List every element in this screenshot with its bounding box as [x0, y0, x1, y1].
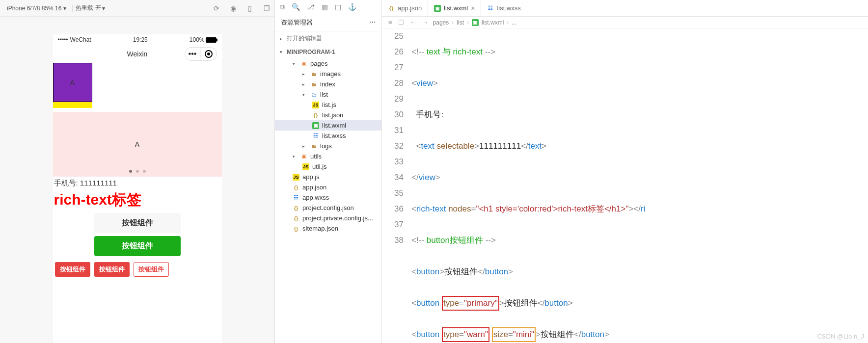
docker-icon[interactable]: ⚓ [348, 3, 356, 11]
nav-title: Weixin [127, 50, 148, 58]
file-app-json[interactable]: {}app.json [275, 182, 381, 192]
search-icon[interactable]: 🔍 [292, 3, 300, 11]
file-tree: ▾▣pages ▸🖿images ▸🖿index ▾🗁list JSlist.j… [275, 58, 381, 343]
default-button[interactable]: 按钮组件 [94, 213, 181, 233]
branch-icon[interactable]: ⎇ [307, 3, 315, 11]
file-project-private-config[interactable]: {}project.private.config.js... [275, 213, 381, 223]
code-body[interactable]: <!-- text 与 rich-text --> <view> 手机号: <t… [411, 28, 868, 343]
warn-mini-button[interactable]: 按钮组件 [55, 262, 90, 277]
simulator-stage: •••••WeChat 19:25 100% Weixin ••• A A [0, 17, 274, 343]
close-icon[interactable]: × [471, 4, 475, 12]
project-section[interactable]: ▾MINIPROGRAM-1 [275, 46, 381, 58]
tab-list-wxml[interactable]: ▣list.wxml× [428, 0, 481, 16]
capsule-close-icon[interactable] [201, 48, 217, 60]
line-gutter: 2526272829303132333435363738 [382, 28, 411, 343]
file-list-json[interactable]: {}list.json [275, 110, 381, 120]
files-icon[interactable]: ⧉ [280, 3, 285, 11]
tab-app-json[interactable]: {}app.json [382, 0, 428, 16]
page-content: A A 手机号: 111111111 rich-text标签 按钮组件 按钮组件… [53, 63, 222, 280]
extensions-icon[interactable]: ▦ [322, 3, 328, 11]
capsule-more-icon[interactable]: ••• [185, 48, 201, 60]
more-icon[interactable]: ⋯ [369, 18, 376, 27]
file-list-wxss[interactable]: ☷list.wxss [275, 131, 381, 141]
rich-text-heading: rich-text标签 [53, 190, 222, 210]
folder-logs[interactable]: ▸🖿logs [275, 141, 381, 151]
tab-list-wxss[interactable]: ☷list.wxss [481, 0, 527, 16]
folder-images[interactable]: ▸🖿images [275, 69, 381, 79]
swiper[interactable]: A [53, 112, 222, 177]
device-selector[interactable]: iPhone 6/7/8 85% 16▾ [4, 5, 69, 12]
file-list-js[interactable]: JSlist.js [275, 100, 381, 110]
list-icon[interactable]: ≡ [387, 19, 394, 26]
bookmark-icon[interactable]: ☐ [397, 19, 406, 26]
swiper-dot[interactable] [129, 170, 132, 173]
breadcrumb: ≡ ☐ ← → pages› list› ▣list.wxml› ... [382, 17, 868, 28]
primary-button[interactable]: 按钮组件 [94, 236, 181, 256]
device-icon[interactable]: ▯ [246, 4, 254, 12]
editor-tabs: {}app.json ▣list.wxml× ☷list.wxss [382, 0, 868, 17]
editor-panel: {}app.json ▣list.wxml× ☷list.wxss ≡ ☐ ← … [382, 0, 868, 343]
folder-index[interactable]: ▸🖿index [275, 79, 381, 89]
capsule-menu[interactable]: ••• [185, 47, 217, 61]
folder-pages[interactable]: ▾▣pages [275, 58, 381, 69]
file-list-wxml[interactable]: ▣list.wxml [275, 120, 381, 131]
swiper-dot[interactable] [143, 170, 146, 173]
warn-plain-button[interactable]: 按钮组件 [134, 262, 169, 277]
explorer-icon-bar: ⧉ 🔍 ⎇ ▦ ◫ ⚓ [275, 0, 381, 14]
explorer-title: 资源管理器⋯ [275, 14, 381, 31]
file-project-config[interactable]: {}project.config.json [275, 203, 381, 213]
simulator-toolbar: iPhone 6/7/8 85% 16▾ 热重载 开▾ ⟳ ◉ ▯ ❐ [0, 0, 274, 17]
refresh-icon[interactable]: ⟳ [213, 4, 220, 12]
warn-mini-button[interactable]: 按钮组件 [94, 262, 130, 277]
watermark: CSDN @Lio n_J [817, 333, 864, 340]
battery-icon [206, 37, 217, 43]
phone-frame: •••••WeChat 19:25 100% Weixin ••• A A [53, 34, 222, 343]
swiper-dot[interactable] [136, 170, 139, 173]
hot-reload-toggle[interactable]: 热重载 开▾ [76, 4, 105, 12]
file-sitemap[interactable]: {}sitemap.json [275, 223, 381, 234]
tool-icon[interactable]: ◫ [335, 3, 341, 11]
file-app-js[interactable]: JSapp.js [275, 172, 381, 182]
file-app-wxss[interactable]: ☷app.wxss [275, 192, 381, 203]
code-editor[interactable]: 2526272829303132333435363738 <!-- text 与… [382, 28, 868, 343]
folder-utils[interactable]: ▾▣utils [275, 151, 381, 161]
back-icon[interactable]: ← [408, 19, 418, 26]
purple-box: A [53, 63, 92, 102]
nav-bar: Weixin ••• [53, 45, 222, 63]
open-editors-section[interactable]: ▸打开的编辑器 [275, 31, 381, 46]
forward-icon[interactable]: → [421, 19, 430, 26]
stop-icon[interactable]: ◉ [229, 4, 237, 12]
window-icon[interactable]: ❐ [263, 4, 271, 12]
status-time: 19:25 [133, 36, 148, 43]
yellow-strip [53, 102, 92, 108]
explorer-panel: ⧉ 🔍 ⎇ ▦ ◫ ⚓ 资源管理器⋯ ▸打开的编辑器 ▾MINIPROGRAM-… [275, 0, 382, 343]
file-util-js[interactable]: JSutil.js [275, 161, 381, 172]
phone-number-text: 手机号: 111111111 [53, 177, 222, 190]
status-bar: •••••WeChat 19:25 100% [53, 34, 222, 45]
simulator-panel: iPhone 6/7/8 85% 16▾ 热重载 开▾ ⟳ ◉ ▯ ❐ ••••… [0, 0, 275, 343]
folder-list[interactable]: ▾🗁list [275, 89, 381, 100]
